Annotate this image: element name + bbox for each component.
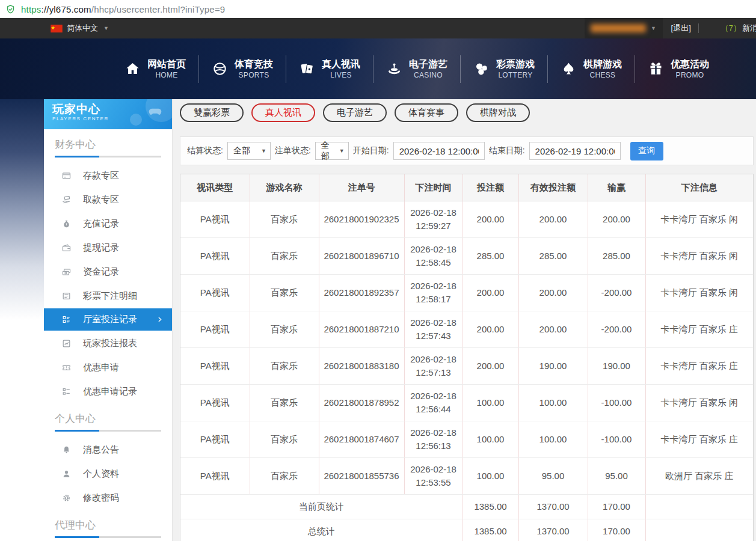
sidebar-item-label: 消息公告 bbox=[83, 444, 119, 456]
main-content: 雙赢彩票真人视讯电子游艺体育赛事棋牌对战 结算状态: 全部 ▼ 注单状态: 全部… bbox=[173, 99, 756, 541]
gear-icon bbox=[61, 493, 72, 503]
sidebar-item-withdraw-zone[interactable]: 取款专区 bbox=[44, 188, 172, 212]
cell-win-loss: -100.00 bbox=[588, 385, 645, 421]
order-status-label: 注单状态: bbox=[275, 145, 311, 156]
tab-shuangying-lottery[interactable]: 雙赢彩票 bbox=[180, 103, 244, 122]
section-underline bbox=[55, 156, 161, 157]
table-row: PA视讯百家乐2602180018967102026-02-18 12:58:4… bbox=[180, 238, 753, 275]
col-header-bet-time: 下注时间 bbox=[404, 174, 463, 201]
url-text[interactable]: https://yl675.com/hhcp/usercenter.html?i… bbox=[21, 4, 225, 14]
summary-empty bbox=[645, 495, 753, 519]
sidebar-item-label: 玩家投注报表 bbox=[83, 338, 137, 349]
section-underline bbox=[55, 536, 161, 538]
sidebar-item-messages[interactable]: 消息公告 bbox=[44, 438, 172, 462]
sidebar-item-funds-records[interactable]: 资金记录 bbox=[44, 260, 172, 284]
cell-bet-no: 260218001878952 bbox=[319, 385, 404, 421]
cell-bet-amount: 200.00 bbox=[463, 275, 518, 311]
nav-item-lives[interactable]: 真人视讯LIVES bbox=[286, 58, 373, 79]
ticket-icon bbox=[61, 362, 72, 373]
end-date-label: 结束日期: bbox=[489, 145, 525, 156]
sidebar-item-deposit-zone[interactable]: 存款专区 bbox=[44, 164, 172, 188]
table-row: PA视讯百家乐2602180018831802026-02-18 12:57:1… bbox=[180, 348, 753, 385]
table-row: PA视讯百家乐2602180018872102026-02-18 12:57:4… bbox=[180, 311, 753, 348]
cell-win-loss: 190.00 bbox=[588, 348, 645, 385]
end-date-input[interactable] bbox=[529, 142, 621, 160]
tab-electronic-games[interactable]: 电子游艺 bbox=[323, 103, 387, 122]
home-icon bbox=[124, 61, 141, 77]
order-status-select[interactable]: 全部 ▼ bbox=[315, 142, 349, 160]
cell-bet-time: 2026-02-18 12:56:13 bbox=[404, 421, 463, 458]
settle-status-select[interactable]: 全部 ▼ bbox=[227, 142, 271, 160]
summary-valid-amount: 1370.00 bbox=[518, 519, 588, 541]
sidebar-item-promo-apply[interactable]: 优惠申请 bbox=[44, 355, 172, 379]
cell-bet-no: 260218001855736 bbox=[319, 458, 404, 495]
language-label: 简体中文 bbox=[67, 23, 98, 34]
browser-url-bar[interactable]: https://yl675.com/hhcp/usercenter.html?i… bbox=[0, 0, 756, 18]
category-tabs: 雙赢彩票真人视讯电子游艺体育赛事棋牌对战 bbox=[180, 103, 754, 122]
chevron-down-icon: ▼ bbox=[651, 25, 656, 31]
nav-item-sports[interactable]: 体育竞技SPORTS bbox=[199, 58, 286, 79]
nav-item-chess[interactable]: 棋牌游戏CHESS bbox=[548, 58, 635, 79]
table-row: PA视讯百家乐2602180018557362026-02-18 12:53:5… bbox=[180, 458, 753, 495]
search-button[interactable]: 查询 bbox=[630, 142, 663, 160]
language-selector[interactable]: 简体中文 ▼ bbox=[51, 23, 109, 34]
sidebar-item-hall-bet-records[interactable]: 厅室投注记录 bbox=[44, 308, 172, 331]
sidebar-item-label: 提现记录 bbox=[83, 242, 119, 254]
col-header-video-type: 视讯类型 bbox=[180, 174, 250, 201]
notification-bell-icon[interactable] bbox=[706, 23, 716, 34]
tab-chess-battle[interactable]: 棋牌对战 bbox=[466, 103, 530, 122]
username-menu[interactable]: ▼ bbox=[585, 18, 663, 38]
sidebar-item-lottery-bet-details[interactable]: 彩票下注明细 bbox=[44, 284, 172, 308]
message-label[interactable]: 新消息 bbox=[742, 23, 756, 34]
cell-valid-amount: 190.00 bbox=[518, 348, 588, 385]
sidebar-item-profile[interactable]: 个人资料 bbox=[44, 462, 172, 486]
table-row: PA视讯百家乐2602180018923572026-02-18 12:58:1… bbox=[180, 275, 753, 311]
logout-link[interactable]: [退出] bbox=[671, 23, 691, 34]
cell-win-loss: 95.00 bbox=[588, 458, 645, 495]
nav-item-casino[interactable]: 电子游艺CASINO bbox=[373, 58, 460, 79]
sidebar-item-withdrawal-records[interactable]: 提现记录 bbox=[44, 236, 172, 260]
divider bbox=[698, 23, 699, 33]
nav-label-en: LOTTERY bbox=[498, 71, 532, 79]
sidebar-item-label: 存款专区 bbox=[83, 170, 119, 182]
cell-bet-amount: 285.00 bbox=[463, 238, 518, 275]
settle-status-value: 全部 bbox=[233, 145, 250, 156]
url-path: /hhcp/usercenter.html?iniType=9 bbox=[91, 4, 226, 14]
cell-win-loss: -200.00 bbox=[588, 311, 645, 348]
cell-video-type: PA视讯 bbox=[180, 348, 250, 385]
sidebar-item-label: 个人资料 bbox=[83, 468, 119, 480]
left-gradient-strip bbox=[0, 99, 44, 541]
nav-label-zh: 优惠活动 bbox=[671, 58, 709, 71]
cell-bet-amount: 100.00 bbox=[463, 458, 518, 495]
cell-bet-info: 欧洲厅 百家乐 庄 bbox=[645, 458, 753, 495]
tab-sports-events[interactable]: 体育赛事 bbox=[395, 103, 458, 122]
cell-game-name: 百家乐 bbox=[250, 385, 319, 421]
chevron-down-icon: ▼ bbox=[103, 25, 109, 31]
gift-icon bbox=[648, 61, 664, 77]
summary-bet-amount: 1385.00 bbox=[463, 495, 518, 519]
cell-win-loss: 285.00 bbox=[588, 238, 645, 275]
nav-label-zh: 体育竞技 bbox=[235, 58, 273, 71]
cell-bet-no: 260218001892357 bbox=[319, 275, 404, 311]
cell-bet-info: 卡卡湾厅 百家乐 庄 bbox=[645, 421, 753, 458]
sidebar-item-recharge-records[interactable]: 充值记录 bbox=[44, 212, 172, 236]
cell-bet-amount: 200.00 bbox=[463, 348, 518, 385]
nav-item-promo[interactable]: 优惠活动PROMO bbox=[635, 58, 722, 79]
cell-valid-amount: 285.00 bbox=[518, 238, 588, 275]
nav-item-lottery[interactable]: 彩票游戏LOTTERY bbox=[461, 58, 547, 79]
nav-label-zh: 真人视讯 bbox=[322, 58, 360, 71]
cell-valid-amount: 100.00 bbox=[518, 385, 588, 421]
sidebar-item-change-password[interactable]: 修改密码 bbox=[44, 486, 172, 510]
lottery-balls-icon bbox=[473, 61, 490, 77]
message-count[interactable]: （7） bbox=[721, 23, 741, 34]
sidebar-item-promo-apply-records[interactable]: 优惠申请记录 bbox=[44, 379, 172, 403]
cell-bet-amount: 200.00 bbox=[463, 311, 518, 348]
sidebar-item-player-bet-report[interactable]: 玩家投注报表 bbox=[44, 331, 172, 355]
nav-label-en: SPORTS bbox=[239, 71, 269, 79]
cell-bet-time: 2026-02-18 12:59:27 bbox=[404, 201, 463, 238]
cell-game-name: 百家乐 bbox=[250, 311, 319, 348]
start-date-input[interactable] bbox=[393, 142, 485, 160]
nav-item-home[interactable]: 网站首页HOME bbox=[112, 58, 198, 79]
tab-live-video[interactable]: 真人视讯 bbox=[251, 103, 315, 122]
sidebar-item-label: 优惠申请 bbox=[83, 362, 119, 373]
